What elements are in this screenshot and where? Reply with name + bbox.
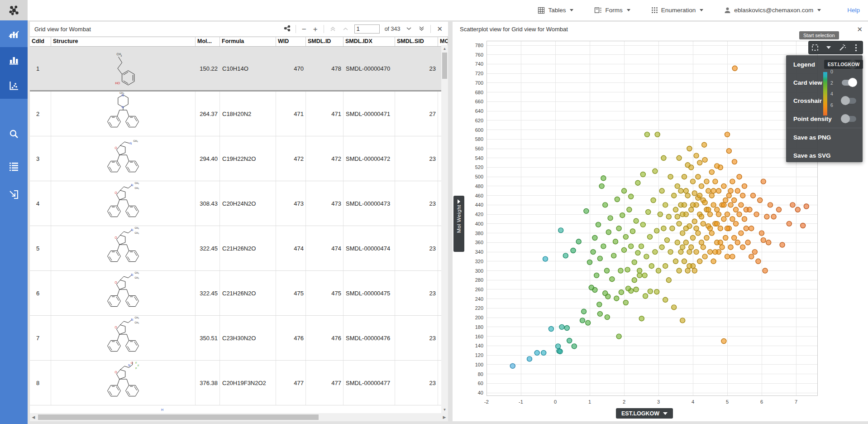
scatter-point[interactable] [558, 228, 563, 233]
marquee-select-icon[interactable] [810, 42, 820, 53]
scatter-point[interactable] [716, 212, 721, 217]
scroll-up-arrow-icon[interactable]: ▲ [441, 45, 448, 52]
scatter-point[interactable] [754, 212, 759, 217]
scatter-point[interactable] [756, 259, 761, 264]
scatter-point[interactable] [691, 202, 696, 207]
scatter-point[interactable] [737, 212, 742, 217]
first-page-button[interactable] [329, 25, 337, 33]
column-header-wid[interactable]: WID [276, 37, 306, 46]
scatter-point[interactable] [626, 286, 631, 291]
scatter-point[interactable] [685, 193, 690, 198]
scatter-point[interactable] [653, 169, 658, 173]
scatter-point[interactable] [740, 193, 745, 198]
column-header-mo[interactable]: MO [438, 37, 448, 46]
scatter-point[interactable] [632, 278, 637, 283]
x-axis-selector-button[interactable]: EST.LOGKOW [616, 408, 673, 419]
scatter-point[interactable] [661, 226, 666, 231]
column-header-mol-[interactable]: Mol... [196, 37, 220, 46]
scatter-point[interactable] [643, 294, 648, 299]
horizontal-scrollbar-thumb[interactable] [38, 414, 319, 420]
scatter-point[interactable] [771, 214, 776, 219]
scatter-point[interactable] [608, 216, 613, 221]
scatter-point[interactable] [730, 179, 735, 184]
scatter-point[interactable] [735, 188, 740, 193]
scatter-point[interactable] [708, 250, 713, 255]
scatter-point[interactable] [751, 193, 756, 198]
scatter-point[interactable] [701, 245, 706, 250]
scatter-point[interactable] [711, 259, 716, 264]
scatter-point[interactable] [732, 66, 737, 71]
toggle-point-density[interactable] [842, 116, 856, 122]
menu-item-save-as-png[interactable]: Save as PNG [786, 128, 863, 146]
sidebar-item-grid-view[interactable] [0, 47, 28, 73]
scatter-point[interactable] [706, 188, 711, 193]
scatter-point[interactable] [656, 268, 661, 273]
scatter-point[interactable] [734, 221, 739, 226]
scatter-point[interactable] [648, 234, 653, 239]
scatter-point[interactable] [572, 344, 577, 349]
scatter-point[interactable] [618, 268, 623, 273]
scatter-point[interactable] [640, 172, 645, 177]
scatter-point[interactable] [606, 230, 611, 235]
scatter-panel-close-icon[interactable]: ✕ [856, 25, 863, 34]
app-logo[interactable] [0, 0, 28, 20]
scatter-point[interactable] [677, 268, 682, 273]
scatter-point[interactable] [711, 202, 716, 207]
scatter-point[interactable] [625, 267, 630, 272]
scatter-point[interactable] [635, 180, 640, 185]
scatter-point[interactable] [713, 250, 718, 255]
scroll-down-arrow-icon[interactable]: ▼ [441, 406, 448, 413]
scatter-point[interactable] [680, 245, 685, 250]
scatter-point[interactable] [651, 198, 656, 203]
scatter-point[interactable] [648, 289, 653, 294]
enumeration-menu[interactable]: Enumeration [651, 7, 704, 14]
scatter-point[interactable] [596, 222, 601, 227]
scatter-point[interactable] [713, 179, 718, 184]
scatter-point[interactable] [592, 236, 597, 241]
scatter-point[interactable] [692, 268, 697, 273]
scatter-point[interactable] [694, 226, 699, 231]
scatter-point[interactable] [704, 236, 709, 241]
scatter-point[interactable] [653, 250, 658, 255]
scatter-point[interactable] [634, 287, 639, 292]
scatter-point[interactable] [702, 157, 707, 162]
scatter-point[interactable] [649, 264, 654, 269]
scatter-point[interactable] [623, 300, 628, 305]
scatter-point[interactable] [723, 198, 728, 203]
scatter-point[interactable] [728, 188, 733, 193]
scatter-point[interactable] [623, 234, 628, 239]
scatter-point[interactable] [629, 194, 634, 199]
scatter-point[interactable] [666, 214, 671, 219]
scatter-point[interactable] [749, 254, 754, 259]
scatter-point[interactable] [663, 202, 668, 207]
magic-wand-icon[interactable] [837, 42, 848, 53]
scatter-point[interactable] [665, 238, 670, 243]
scatter-point[interactable] [683, 188, 688, 193]
vertical-scrollbar-thumb[interactable] [442, 53, 447, 79]
toggle-card-view[interactable] [842, 80, 856, 86]
horizontal-scrollbar[interactable]: ◀ ▶ [30, 413, 448, 421]
table-row[interactable]: 2NNCH₃264.37C18H20N2471471SMDL-000004712… [30, 92, 448, 136]
scatter-point[interactable] [634, 218, 639, 223]
scatter-point[interactable] [603, 202, 608, 207]
scatter-point[interactable] [615, 197, 620, 202]
scatter-point[interactable] [704, 179, 709, 184]
scatter-point[interactable] [663, 297, 668, 302]
scatter-point[interactable] [675, 214, 680, 219]
scatter-point[interactable] [613, 239, 618, 244]
scatter-point[interactable] [670, 226, 675, 231]
scatter-point[interactable] [721, 202, 726, 207]
sidebar-item-combo-chart[interactable] [0, 21, 28, 47]
scatter-point[interactable] [640, 222, 645, 227]
scatter-point[interactable] [780, 242, 785, 247]
scatter-point[interactable] [685, 163, 690, 168]
scatter-point[interactable] [659, 188, 664, 193]
sidebar-item-scatterplot-view[interactable] [0, 73, 28, 99]
scatter-point[interactable] [637, 273, 642, 278]
scatter-point[interactable] [601, 176, 606, 181]
scatter-point[interactable] [541, 350, 546, 355]
scatter-point[interactable] [702, 200, 707, 205]
scatter-point[interactable] [694, 250, 699, 255]
scatter-point[interactable] [601, 244, 606, 249]
table-row[interactable]: 4ONCH₃CH₃308.43C20H24N2O473473SMDL-00000… [30, 181, 448, 226]
